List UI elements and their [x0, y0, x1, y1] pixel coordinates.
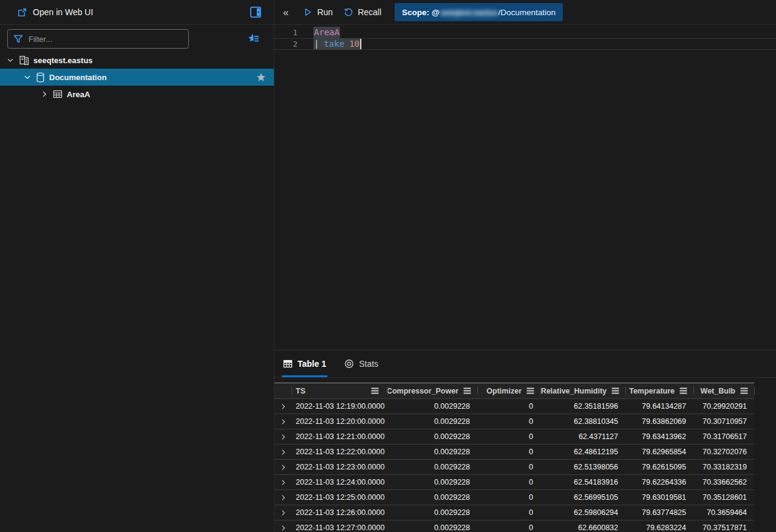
column-label: Relative_Humidity [541, 387, 607, 395]
star-icon[interactable] [256, 72, 266, 82]
cell-relative-humidity[interactable]: 62.56995105 [540, 490, 625, 505]
cell-ts[interactable]: 2022-11-03 12:22:00.0000 [291, 445, 387, 459]
cell-relative-humidity[interactable]: 62.35181596 [540, 399, 625, 414]
cell-optimizer[interactable]: 0 [477, 520, 540, 532]
cell-wet-bulb[interactable]: 70.33182319 [693, 460, 754, 474]
row-expand-chevron[interactable] [274, 445, 291, 459]
cell-wet-bulb[interactable]: 70.33662562 [693, 475, 754, 489]
cell-optimizer[interactable]: 0 [477, 505, 540, 520]
column-header-ts[interactable]: TS [291, 383, 387, 398]
column-header-temperature[interactable]: Temperature [625, 383, 693, 398]
cell-compressor-power[interactable]: 0.0029228 [387, 414, 477, 429]
cell-optimizer[interactable]: 0 [477, 399, 540, 414]
cell-relative-humidity[interactable]: 62.4371127 [540, 429, 625, 444]
row-expand-chevron[interactable] [274, 429, 291, 444]
tab-table-1[interactable]: Table 1 [283, 350, 326, 377]
cell-compressor-power[interactable]: 0.0029228 [387, 460, 477, 474]
favorites-filter-icon[interactable] [247, 33, 267, 45]
sidebar-item-cluster[interactable]: seeqtest.eastus [0, 52, 274, 69]
column-menu-icon[interactable] [371, 387, 379, 394]
row-expand-chevron[interactable] [274, 505, 291, 520]
cell-temperature[interactable]: 79.63413962 [625, 429, 693, 444]
cell-optimizer[interactable]: 0 [477, 429, 540, 444]
cell-optimizer[interactable]: 0 [477, 490, 540, 505]
chevron-right-icon[interactable] [40, 90, 49, 98]
cell-wet-bulb[interactable]: 70.32702076 [693, 445, 754, 459]
cell-relative-humidity[interactable]: 62.54183916 [540, 475, 625, 489]
cell-ts[interactable]: 2022-11-03 12:26:00.0000 [291, 505, 387, 520]
column-header-wet-bulb[interactable]: Wet_Bulb [693, 383, 754, 398]
cell-ts[interactable]: 2022-11-03 12:25:00.0000 [291, 490, 387, 505]
cell-relative-humidity[interactable]: 62.6600832 [540, 520, 625, 532]
cell-compressor-power[interactable]: 0.0029228 [387, 520, 477, 532]
run-button[interactable]: Run [303, 7, 333, 17]
cell-temperature[interactable]: 79.62264336 [625, 475, 693, 489]
cell-ts[interactable]: 2022-11-03 12:21:00.0000 [291, 429, 387, 444]
cell-ts[interactable]: 2022-11-03 12:24:00.0000 [291, 475, 387, 489]
cell-optimizer[interactable]: 0 [477, 414, 540, 429]
filter-input[interactable]: Filter... [7, 29, 189, 49]
column-menu-icon[interactable] [611, 387, 619, 394]
cell-optimizer[interactable]: 0 [477, 475, 540, 489]
row-expand-chevron[interactable] [274, 460, 291, 474]
tab-stats[interactable]: Stats [344, 350, 378, 377]
cell-compressor-power[interactable]: 0.0029228 [387, 429, 477, 444]
open-in-web-ui-button[interactable]: Open in Web UI [17, 7, 93, 18]
row-expand-chevron[interactable] [274, 520, 291, 532]
chevron-down-icon[interactable] [6, 56, 15, 64]
column-header-optimizer[interactable]: Optimizer [477, 383, 540, 398]
cell-wet-bulb[interactable]: 70.30710957 [693, 414, 754, 429]
cell-temperature[interactable]: 79.63862069 [625, 414, 693, 429]
cell-temperature[interactable]: 79.62965854 [625, 445, 693, 459]
cell-wet-bulb[interactable]: 70.35128601 [693, 490, 754, 505]
token-number: 10 [349, 38, 359, 50]
cell-relative-humidity[interactable]: 62.51398056 [540, 460, 625, 474]
cell-wet-bulb[interactable]: 70.3659464 [693, 505, 754, 520]
cell-temperature[interactable]: 79.63774825 [625, 505, 693, 520]
row-expand-chevron[interactable] [274, 490, 291, 505]
toggle-panel-icon[interactable] [250, 6, 262, 18]
chevron-down-icon[interactable] [23, 73, 32, 81]
column-header-relative-humidity[interactable]: Relative_Humidity [540, 383, 625, 398]
column-menu-icon[interactable] [463, 387, 471, 394]
cell-compressor-power[interactable]: 0.0029228 [387, 399, 477, 414]
cell-ts[interactable]: 2022-11-03 12:20:00.0000 [291, 414, 387, 429]
database-label: Documentation [49, 73, 107, 82]
cell-compressor-power[interactable]: 0.0029228 [387, 475, 477, 489]
cell-temperature[interactable]: 79.62615095 [625, 460, 693, 474]
row-expand-chevron[interactable] [274, 475, 291, 489]
scope-masked-text: seeqtest.eastus [440, 8, 498, 17]
cell-temperature[interactable]: 79.63019581 [625, 490, 693, 505]
scope-badge[interactable]: Scope: @ seeqtest.eastus /Documentation [395, 3, 563, 21]
cell-compressor-power[interactable]: 0.0029228 [387, 490, 477, 505]
filter-placeholder: Filter... [29, 35, 52, 44]
query-editor[interactable]: 1 AreaA 2 | take 10 [274, 25, 776, 350]
results-tabbar: Table 1 Stats [274, 350, 776, 378]
cell-optimizer[interactable]: 0 [477, 445, 540, 459]
row-expand-chevron[interactable] [274, 399, 291, 414]
cell-ts[interactable]: 2022-11-03 12:23:00.0000 [291, 460, 387, 474]
cell-relative-humidity[interactable]: 62.38810345 [540, 414, 625, 429]
cell-temperature[interactable]: 79.6283224 [625, 520, 693, 532]
collapse-sidebar-button[interactable]: « [283, 7, 288, 18]
sidebar-item-database[interactable]: Documentation [0, 69, 274, 86]
cell-optimizer[interactable]: 0 [477, 460, 540, 474]
column-menu-icon[interactable] [740, 387, 748, 394]
column-menu-icon[interactable] [679, 387, 687, 394]
sidebar-item-table[interactable]: AreaA [0, 86, 274, 103]
cell-compressor-power[interactable]: 0.0029228 [387, 445, 477, 459]
cell-relative-humidity[interactable]: 62.48612195 [540, 445, 625, 459]
cell-ts[interactable]: 2022-11-03 12:19:00.0000 [291, 399, 387, 414]
recall-button[interactable]: Recall [344, 7, 381, 17]
cell-ts[interactable]: 2022-11-03 12:27:00.0000 [291, 520, 387, 532]
cell-compressor-power[interactable]: 0.0029228 [387, 505, 477, 520]
column-menu-icon[interactable] [526, 387, 534, 394]
cell-temperature[interactable]: 79.64134287 [625, 399, 693, 414]
cell-wet-bulb[interactable]: 70.29920291 [693, 399, 754, 414]
cell-wet-bulb[interactable]: 70.31706517 [693, 429, 754, 444]
column-header-compressor-power[interactable]: Compressor_Power [387, 383, 477, 398]
row-expand-chevron[interactable] [274, 414, 291, 429]
cell-relative-humidity[interactable]: 62.59806294 [540, 505, 625, 520]
cell-wet-bulb[interactable]: 70.37517871 [693, 520, 754, 532]
table-label: AreaA [67, 90, 90, 99]
